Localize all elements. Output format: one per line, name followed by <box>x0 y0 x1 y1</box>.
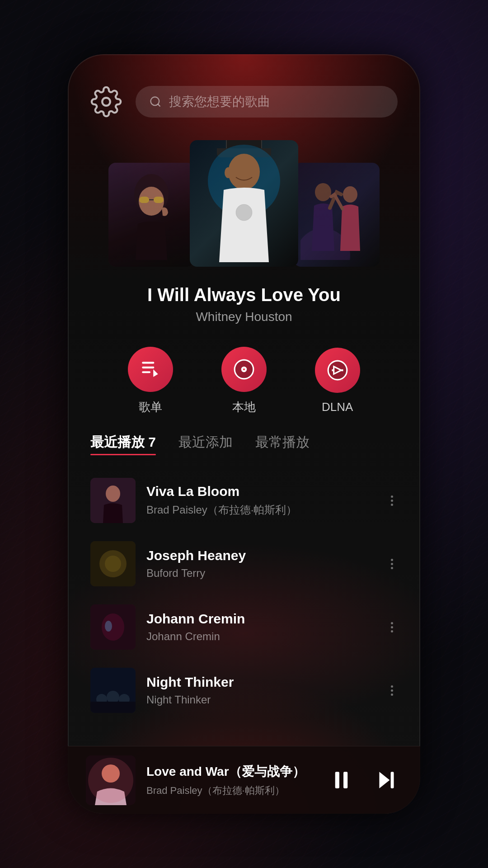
nav-local[interactable]: 本地 <box>221 347 267 415</box>
settings-button[interactable] <box>90 86 122 118</box>
tab-most-played[interactable]: 最常播放 <box>255 433 310 455</box>
tab-recent-add-label: 最近添加 <box>178 434 233 449</box>
tab-recent-play-label: 最近播放 <box>90 434 148 449</box>
more-button-4[interactable] <box>386 681 398 700</box>
player-controls <box>325 764 402 796</box>
svg-point-31 <box>105 621 112 632</box>
nav-dlna-label: DLNA <box>322 400 353 414</box>
nav-icons: 歌单 本地 DLNA <box>68 329 420 433</box>
nav-playlist[interactable]: 歌单 <box>128 347 173 415</box>
song-name-1: Viva La Bloom <box>146 484 375 499</box>
nav-local-label: 本地 <box>232 399 256 415</box>
svg-point-39 <box>88 758 133 803</box>
nav-playlist-label: 歌单 <box>139 399 162 415</box>
song-artist-3: Johann Cremin <box>146 630 375 643</box>
song-info-4: Night Thinker Night Thinker <box>146 675 375 706</box>
phone-frame: 搜索您想要的歌曲 <box>68 54 420 814</box>
song-name-3: Johann Cremin <box>146 611 375 627</box>
svg-marker-42 <box>379 772 389 788</box>
nav-dlna[interactable]: DLNA <box>315 348 360 414</box>
song-item-4[interactable]: Night Thinker Night Thinker <box>81 659 407 722</box>
song-name-4: Night Thinker <box>146 675 375 690</box>
track-info: I Will Always Love You Whitney Houston <box>68 276 420 329</box>
search-placeholder: 搜索您想要的歌曲 <box>169 93 270 110</box>
svg-point-1 <box>151 97 160 106</box>
more-button-1[interactable] <box>386 491 398 510</box>
now-playing-bar: Love and War（爱与战争） Brad Paisley（布拉德·帕斯利） <box>68 746 420 814</box>
album-left[interactable] <box>108 163 194 267</box>
svg-rect-43 <box>390 772 394 788</box>
song-info-2: Joseph Heaney Buford Terry <box>146 548 375 580</box>
song-thumb-2 <box>90 541 136 586</box>
search-bar[interactable]: 搜索您想要的歌曲 <box>136 86 398 118</box>
svg-point-28 <box>105 556 121 572</box>
svg-point-9 <box>228 154 260 190</box>
playlist-icon-circle <box>128 347 173 392</box>
svg-point-11 <box>236 204 252 221</box>
more-button-2[interactable] <box>386 554 398 574</box>
svg-rect-17 <box>142 371 151 373</box>
now-playing-info: Love and War（爱与战争） Brad Paisley（布拉德·帕斯利） <box>146 763 314 797</box>
album-center[interactable] <box>190 140 298 267</box>
song-list: Viva La Bloom Brad Paisley（布拉德·帕斯利） Jose… <box>68 469 420 722</box>
album-art-right-image <box>294 163 380 267</box>
search-icon <box>149 95 162 108</box>
track-title: I Will Always Love You <box>68 285 420 305</box>
svg-point-13 <box>315 183 331 201</box>
album-art-left-image <box>108 163 194 267</box>
next-button[interactable] <box>371 764 402 796</box>
song-info-1: Viva La Bloom Brad Paisley（布拉德·帕斯利） <box>146 484 375 517</box>
song-item-1[interactable]: Viva La Bloom Brad Paisley（布拉德·帕斯利） <box>81 469 407 532</box>
song-artist-4: Night Thinker <box>146 693 375 706</box>
svg-rect-16 <box>142 367 155 368</box>
song-info-3: Johann Cremin Johann Cremin <box>146 611 375 643</box>
svg-rect-15 <box>142 362 155 363</box>
dlna-icon-circle <box>315 348 360 393</box>
now-playing-artist: Brad Paisley（布拉德·帕斯利） <box>146 784 314 797</box>
header: 搜索您想要的歌曲 <box>68 54 420 131</box>
now-playing-title: Love and War（爱与战争） <box>146 763 314 780</box>
svg-point-21 <box>328 361 347 380</box>
svg-line-2 <box>158 104 160 106</box>
song-thumb-1 <box>90 478 136 523</box>
svg-point-0 <box>102 98 110 106</box>
svg-point-14 <box>343 186 357 203</box>
song-artist-1: Brad Paisley（布拉德·帕斯利） <box>146 503 375 517</box>
song-thumb-4 <box>90 668 136 713</box>
svg-rect-41 <box>343 772 347 788</box>
local-icon-circle <box>221 347 267 392</box>
album-carousel <box>68 131 420 276</box>
song-item-2[interactable]: Joseph Heaney Buford Terry <box>81 532 407 595</box>
song-item-3[interactable]: Johann Cremin Johann Cremin <box>81 595 407 659</box>
song-artist-2: Buford Terry <box>146 567 375 580</box>
svg-point-34 <box>107 691 119 703</box>
tab-count: 7 <box>148 434 156 449</box>
more-button-3[interactable] <box>386 618 398 637</box>
pause-button[interactable] <box>325 764 357 796</box>
song-name-2: Joseph Heaney <box>146 548 375 563</box>
svg-rect-5 <box>139 197 149 203</box>
tab-most-played-label: 最常播放 <box>255 434 310 449</box>
tab-recent-add[interactable]: 最近添加 <box>178 433 233 455</box>
album-art-center-image <box>190 140 298 267</box>
track-artist: Whitney Houston <box>68 310 420 324</box>
svg-rect-6 <box>154 197 164 203</box>
svg-point-20 <box>243 368 245 370</box>
tabs: 最近播放 7 最近添加 最常播放 <box>68 433 420 455</box>
svg-point-10 <box>225 167 232 178</box>
svg-rect-40 <box>335 772 339 788</box>
now-playing-thumb <box>86 755 136 805</box>
tab-recent-play[interactable]: 最近播放 7 <box>90 433 156 455</box>
svg-point-25 <box>106 486 120 502</box>
album-right[interactable] <box>294 163 380 267</box>
svg-rect-36 <box>90 702 136 713</box>
song-thumb-3 <box>90 604 136 650</box>
